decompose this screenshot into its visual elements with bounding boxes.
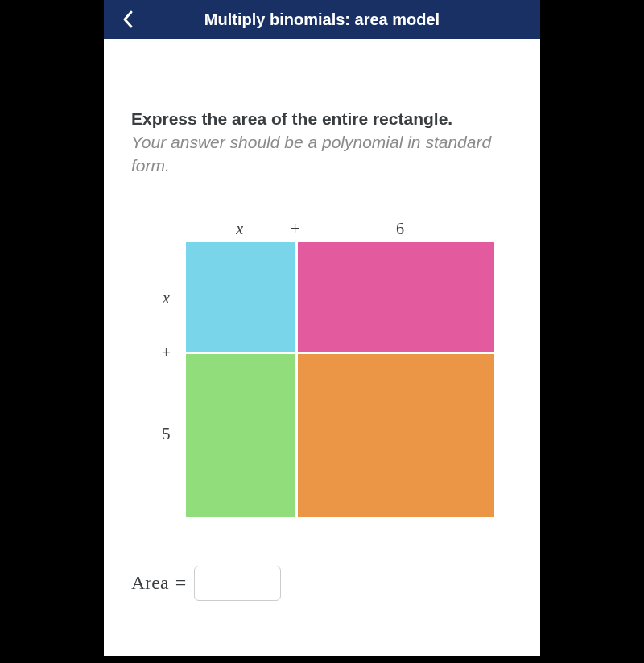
chevron-left-icon xyxy=(122,10,134,29)
diagram-container: x + 6 x + 5 xyxy=(147,220,497,517)
row-label-5: 5 xyxy=(147,352,186,516)
col-label-6: 6 xyxy=(303,220,497,242)
back-button[interactable] xyxy=(117,8,139,31)
header-title: Multiply binomials: area model xyxy=(117,10,527,29)
question-block: Express the area of the entire rectangle… xyxy=(131,108,513,177)
column-labels: x + 6 xyxy=(186,220,497,242)
content-area: Express the area of the entire rectangle… xyxy=(104,39,540,656)
col-label-plus: + xyxy=(291,220,299,242)
rectangle-grid xyxy=(186,242,494,517)
cell-bottom-right xyxy=(298,354,494,517)
question-prompt: Express the area of the entire rectangle… xyxy=(131,108,513,130)
header-bar: Multiply binomials: area model xyxy=(104,0,540,39)
app-frame: Multiply binomials: area model Express t… xyxy=(104,0,540,656)
answer-input[interactable] xyxy=(194,566,281,601)
cell-top-left xyxy=(186,242,295,352)
cell-top-right xyxy=(298,242,494,352)
grid-area: x + 5 xyxy=(147,242,497,517)
row-label-x: x xyxy=(147,243,186,352)
area-label: Area xyxy=(131,572,169,594)
cell-bottom-left xyxy=(186,354,295,517)
question-subtext: Your answer should be a polynomial in st… xyxy=(131,131,513,177)
answer-row: Area = xyxy=(131,566,513,601)
row-labels: x + 5 xyxy=(147,242,186,517)
area-model-diagram: x + 6 x + 5 xyxy=(131,220,513,517)
col-label-x: x xyxy=(186,220,294,242)
equals-sign: = xyxy=(175,572,187,594)
